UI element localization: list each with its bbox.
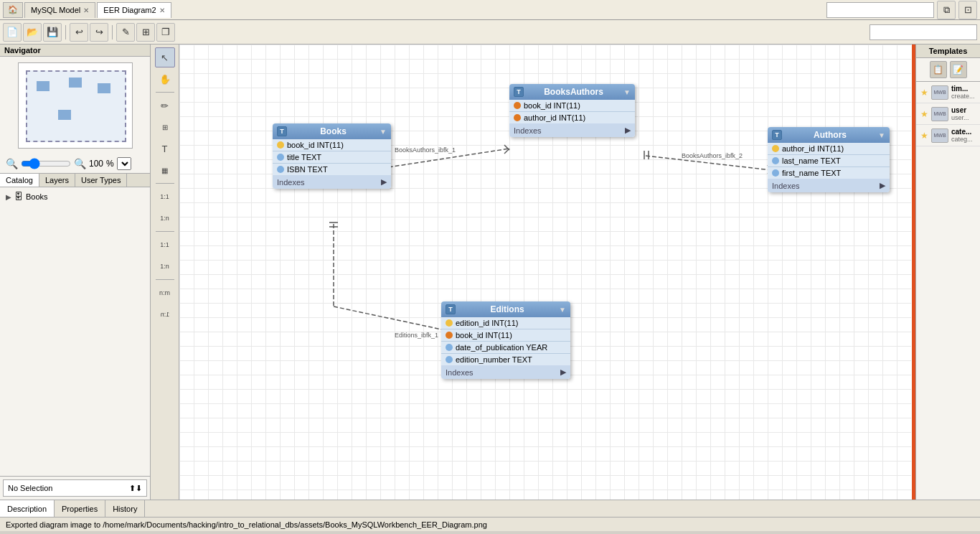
tool-relation-1n[interactable]: 1:n — [155, 208, 175, 228]
table-editions-header: T Editions ▼ — [441, 301, 570, 317]
field-name: author_id INT(11) — [524, 113, 585, 122]
pencil-button[interactable]: ✎ — [116, 23, 135, 42]
tool-table[interactable]: ▦ — [155, 160, 175, 180]
toolbar-separator-1 — [65, 25, 66, 39]
field-name: ISBN TEXT — [287, 165, 328, 174]
bottom-tab-properties[interactable]: Properties — [55, 500, 105, 517]
table-row: last_name TEXT — [768, 155, 890, 167]
catalog-tab-layers[interactable]: Layers — [39, 174, 75, 187]
template-thumb-cate: MWB — [931, 128, 948, 143]
main-search-input[interactable] — [870, 24, 977, 40]
maximize-button[interactable]: ⊡ — [958, 1, 977, 19]
tree-view: ▶ 🗄 Books — [0, 187, 150, 206]
table-editions[interactable]: T Editions ▼ edition_id INT(11) book_id … — [441, 301, 570, 379]
fk-icon — [446, 332, 453, 339]
undo-button[interactable]: ↩ — [70, 23, 88, 42]
table-editions-arrow[interactable]: ▼ — [559, 306, 566, 314]
tree-item-books[interactable]: ▶ 🗄 Books — [3, 190, 147, 203]
template-star-icon: ★ — [920, 109, 928, 119]
table-books[interactable]: T Books ▼ book_id INT(11) title TEXT — [273, 123, 391, 189]
minimap[interactable] — [18, 62, 133, 149]
template-text-tim: tim... create... — [951, 85, 975, 100]
zoom-in-icon[interactable]: 🔍 — [74, 158, 86, 169]
field-icon — [277, 154, 284, 161]
zoom-out-icon[interactable]: 🔍 — [6, 158, 18, 169]
template-sublabel-tim: create... — [951, 93, 975, 100]
zoom-slider[interactable] — [21, 158, 71, 169]
field-icon — [446, 356, 453, 363]
fk-icon — [514, 102, 521, 109]
pk-icon — [772, 145, 779, 152]
table-books-name: Books — [320, 126, 347, 136]
tool-relation-1nc[interactable]: 1:n — [155, 304, 175, 324]
bottom-tab-description[interactable]: Description — [0, 500, 55, 517]
bottom-tab-history[interactable]: History — [105, 500, 145, 517]
table-editions-indexes[interactable]: Indexes ▶ — [441, 365, 570, 379]
toolbar-separator-2 — [112, 25, 113, 39]
template-item-cate[interactable]: ★ MWB cate... categ... — [916, 125, 980, 146]
field-name: first_name TEXT — [782, 169, 841, 177]
table-booksauthors-indexes[interactable]: Indexes ▶ — [509, 123, 635, 137]
redo-button[interactable]: ↪ — [90, 23, 108, 42]
view-toggle-button[interactable]: ⧉ — [937, 1, 956, 19]
template-star-icon: ★ — [920, 88, 928, 98]
diagram-canvas[interactable]: BooksAuthors_ibfk_1 BooksAuthors_ibfk_2 — [179, 44, 911, 500]
tool-pan[interactable]: ✋ — [155, 69, 175, 89]
table-books-arrow[interactable]: ▼ — [380, 128, 387, 136]
field-name: book_id INT(11) — [456, 331, 512, 339]
tool-relation-11[interactable]: 1:1 — [155, 187, 175, 207]
open-button[interactable]: 📂 — [23, 23, 42, 42]
template-thumb-user: MWB — [931, 107, 948, 121]
template-sublabel-cate: categ... — [951, 136, 973, 143]
copy-button[interactable]: ❐ — [156, 23, 175, 42]
catalog-tab-user-types[interactable]: User Types — [75, 174, 127, 187]
bottom-tabs-bar: Description Properties History — [0, 500, 980, 517]
template-item-user[interactable]: ★ MWB user user... — [916, 103, 980, 125]
db-icon: 🗄 — [14, 192, 23, 202]
tool-grid[interactable]: ⊞ — [155, 117, 175, 137]
tool-text[interactable]: T — [155, 139, 175, 159]
field-name: edition_id INT(11) — [456, 319, 518, 327]
tool-relation-1nb[interactable]: 1:n — [155, 256, 175, 276]
tool-pointer[interactable]: ↖ — [155, 47, 175, 67]
grid-button[interactable]: ⊞ — [136, 23, 155, 42]
catalog-tab-catalog[interactable]: Catalog — [0, 174, 39, 187]
table-authors-indexes[interactable]: Indexes ▶ — [768, 179, 890, 192]
template-thumb-tim: MWB — [931, 85, 948, 100]
tool-eraser[interactable]: ✏ — [155, 95, 175, 116]
tab-mysql-model-close[interactable]: ✕ — [83, 6, 89, 14]
zoom-select[interactable]: ▼ — [117, 157, 131, 170]
status-text: Exported diagram image to /home/mark/Doc… — [6, 520, 487, 529]
template-icon-btn-1[interactable]: 📋 — [930, 61, 947, 78]
save-button[interactable]: 💾 — [43, 23, 62, 42]
table-booksauthors[interactable]: T BooksAuthors ▼ book_id INT(11) author_… — [509, 84, 635, 137]
navigator-section: Navigator 🔍 🔍 100 % ▼ — [0, 44, 150, 174]
table-row: author_id INT(11) — [768, 143, 890, 155]
strip-separator-4 — [156, 279, 174, 280]
selection-dropdown[interactable]: No Selection ⬆⬇ — [3, 479, 147, 497]
table-authors[interactable]: T Authors ▼ author_id INT(11) last_name … — [768, 127, 890, 192]
templates-panel: Templates 📋 📝 ★ MWB tim... create... ★ M… — [915, 44, 980, 500]
tool-relation-11b[interactable]: 1:1 — [155, 235, 175, 255]
selection-label: No Selection — [8, 484, 52, 492]
table-booksauthors-header: T BooksAuthors ▼ — [509, 84, 635, 100]
tab-eer-diagram2[interactable]: EER Diagram2 ✕ — [97, 2, 171, 18]
new-button[interactable]: 📄 — [3, 23, 22, 42]
tool-relation-nm[interactable]: n:m — [155, 283, 175, 303]
template-icon-btn-2[interactable]: 📝 — [950, 61, 967, 78]
tab-eer-diagram2-close[interactable]: ✕ — [159, 6, 165, 14]
template-item-tim[interactable]: ★ MWB tim... create... — [916, 82, 980, 103]
table-books-body: book_id INT(11) title TEXT ISBN TEXT — [273, 139, 391, 175]
indexes-arrow-icon: ▶ — [880, 181, 885, 190]
search-input[interactable] — [826, 2, 934, 18]
tab-mysql-model[interactable]: MySQL Model ✕ — [24, 2, 95, 18]
table-authors-arrow[interactable]: ▼ — [878, 131, 885, 139]
table-booksauthors-arrow[interactable]: ▼ — [623, 88, 631, 96]
canvas-area[interactable]: BooksAuthors_ibfk_1 BooksAuthors_ibfk_2 — [179, 44, 912, 500]
selection-section: No Selection ⬆⬇ — [0, 476, 150, 500]
pk-icon — [277, 141, 284, 149]
tab-home[interactable]: 🏠 — [3, 2, 23, 18]
field-icon — [772, 169, 779, 177]
table-books-indexes[interactable]: Indexes ▶ — [273, 175, 391, 189]
catalog-content: ▶ 🗄 Books — [0, 187, 150, 476]
